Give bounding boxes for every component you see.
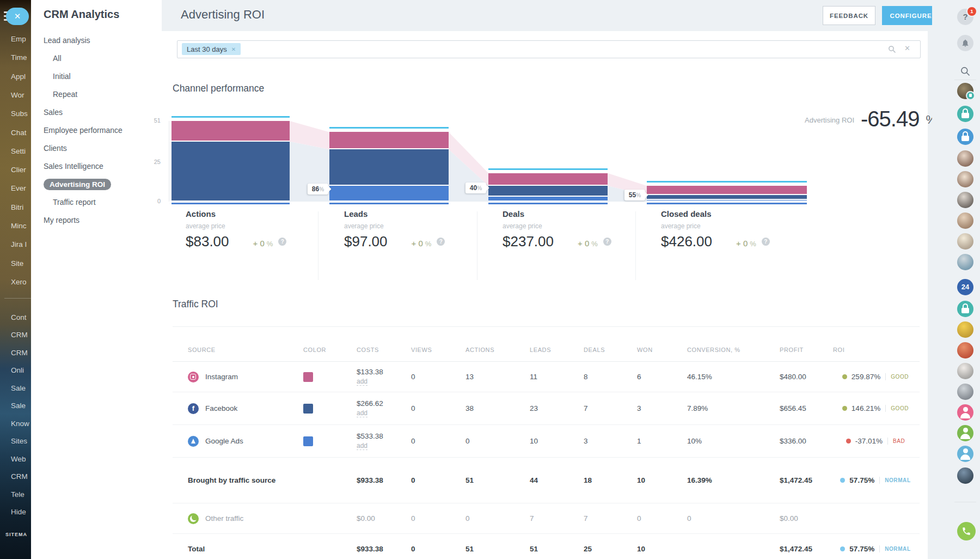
- bitrix-menu-item-bitri-9[interactable]: Bitri: [11, 203, 23, 211]
- help-icon[interactable]: ?: [603, 238, 611, 246]
- roi-status-badge: NORMAL: [885, 546, 910, 552]
- bitrix-menu-item-clier-7[interactable]: Clier: [11, 166, 26, 174]
- add-costs-link[interactable]: add: [357, 442, 367, 450]
- source-cell: fFacebook: [188, 403, 303, 414]
- sidebar-item-traffic-report[interactable]: Traffic report: [31, 193, 162, 211]
- add-costs-link[interactable]: add: [357, 409, 367, 417]
- metric-card-delta: + 0: [736, 239, 748, 248]
- funnel-bar-deals-facebook: [488, 186, 608, 196]
- user-avatar[interactable]: [957, 254, 973, 270]
- user-silhouette-icon[interactable]: [957, 404, 973, 421]
- bitrix-menu-item-site-12[interactable]: Site: [11, 259, 23, 268]
- bitrix-menu-item-sale-l5[interactable]: Sale: [11, 402, 26, 410]
- metric-card-delta: + 0: [412, 239, 423, 248]
- user-avatar[interactable]: [957, 467, 973, 484]
- bitrix-menu-item-sale-l4[interactable]: Sale: [11, 384, 26, 392]
- bitrix-menu-item-xero-13[interactable]: Xero: [11, 278, 27, 286]
- bitrix-menu-item-ever-8[interactable]: Ever: [11, 184, 26, 192]
- bitrix-menu-item-know-l6[interactable]: Know: [11, 420, 29, 428]
- profit-value: $480.00: [780, 362, 833, 392]
- sidebar-item-sales[interactable]: Sales: [31, 104, 162, 121]
- roi-summary-value: -65.49: [861, 107, 919, 131]
- bitrix-menu-item-cont-l0[interactable]: Cont: [11, 313, 27, 321]
- funnel-bar-leads-instagram: [329, 132, 449, 148]
- user-avatar[interactable]: [957, 384, 973, 400]
- roi-status-dot: [840, 478, 845, 483]
- table-row-other-traffic: Other traffic$0.00007700$0.00: [173, 503, 920, 534]
- search-icon[interactable]: [888, 45, 896, 53]
- sidebar-item-clients[interactable]: Clients: [31, 139, 162, 157]
- metric-card-delta-unit: %: [591, 240, 598, 248]
- source-name: Instagram: [205, 373, 238, 381]
- user-avatar[interactable]: [957, 171, 973, 187]
- help-icon[interactable]: ?1: [957, 9, 973, 25]
- bitrix-menu-item-appl-2[interactable]: Appl: [11, 72, 26, 81]
- table-row-brought-by-traffic-source: Brought by traffic source$933.3805144181…: [173, 458, 920, 503]
- filter-bar[interactable]: Last 30 days ✕ ✕: [177, 40, 921, 58]
- bitrix-menu-item-wor-3[interactable]: Wor: [11, 91, 24, 99]
- user-silhouette-icon[interactable]: [957, 425, 973, 441]
- roi-status-badge: GOOD: [891, 374, 909, 380]
- bitrix-menu-item-time-1[interactable]: Time: [11, 53, 27, 62]
- collapse-menu-button[interactable]: ✕: [6, 8, 29, 25]
- bitrix-menu-item-web-l8[interactable]: Web: [11, 455, 26, 463]
- sidebar-item-lead-analysis[interactable]: Lead analysis: [31, 32, 162, 50]
- bitrix-menu-item-setti-6[interactable]: Setti: [11, 147, 26, 155]
- bitrix-menu-item-emp-0[interactable]: Emp: [11, 35, 26, 43]
- user-silhouette-icon[interactable]: [957, 446, 973, 462]
- user-avatar[interactable]: [957, 212, 973, 229]
- bitrix-menu-item-crm-l1[interactable]: CRM: [11, 331, 28, 339]
- user-avatar[interactable]: [957, 363, 973, 379]
- sidebar-item-sales-intelligence[interactable]: Sales Intelligence: [31, 157, 162, 175]
- help-icon[interactable]: ?: [437, 238, 445, 246]
- leads-value: 10: [530, 425, 584, 457]
- sitemap-link[interactable]: SITEMA: [5, 532, 27, 537]
- funnel-bar-closed-deals-instagram: [647, 186, 807, 194]
- bitrix-menu-item-crm-l9[interactable]: CRM: [11, 472, 28, 481]
- help-icon[interactable]: ?: [278, 238, 286, 246]
- roi-status-badge: NORMAL: [885, 477, 910, 483]
- deals-value: 18: [584, 458, 637, 503]
- feedback-button[interactable]: FEEDBACK: [823, 6, 875, 25]
- user-count-badge[interactable]: 24: [957, 279, 973, 295]
- sidebar-item-my-reports[interactable]: My reports: [31, 211, 162, 229]
- user-avatar[interactable]: [957, 233, 973, 250]
- lock-user-icon[interactable]: [957, 106, 973, 122]
- roi-cell: 146.21%GOOD: [833, 392, 918, 424]
- clear-filter-icon[interactable]: ✕: [904, 44, 910, 52]
- phone-icon[interactable]: [957, 522, 976, 540]
- lock-user-icon[interactable]: [957, 301, 973, 317]
- add-costs-link[interactable]: add: [357, 378, 367, 386]
- bitrix-menu-item-jira-i-11[interactable]: Jira I: [11, 240, 27, 248]
- sidebar-item-advertising-roi[interactable]: Advertising ROI: [31, 175, 162, 193]
- bitrix-menu-item-sites-l7[interactable]: Sites: [11, 437, 27, 445]
- lock-user-icon[interactable]: [957, 129, 973, 145]
- user-avatar[interactable]: [957, 321, 973, 338]
- bitrix-menu-item-tele-l10[interactable]: Tele: [11, 490, 24, 499]
- sidebar-item-repeat[interactable]: Repeat: [31, 86, 162, 104]
- user-avatar[interactable]: [957, 83, 973, 99]
- bitrix-menu-item-hide-l11[interactable]: Hide: [11, 508, 26, 516]
- configure-button[interactable]: CONFIGURE: [882, 6, 940, 25]
- source-name: Total: [188, 545, 205, 553]
- conversion-value: 86: [312, 185, 319, 193]
- remove-filter-icon[interactable]: ✕: [231, 46, 236, 52]
- bitrix-menu-item-chat-5[interactable]: Chat: [11, 129, 27, 137]
- user-avatar[interactable]: [957, 192, 973, 208]
- bell-icon[interactable]: [957, 35, 973, 51]
- advertising-roi-summary: Advertising ROI -65.49 %: [805, 107, 936, 131]
- search-icon[interactable]: [957, 63, 973, 80]
- roi-separator: [885, 405, 886, 412]
- sidebar-item-employee-performance[interactable]: Employee performance: [31, 121, 162, 139]
- user-avatar[interactable]: [957, 342, 973, 359]
- sidebar-item-all[interactable]: All: [31, 50, 162, 68]
- help-icon[interactable]: ?: [762, 238, 770, 246]
- filter-chip[interactable]: Last 30 days ✕: [182, 43, 241, 55]
- bitrix-menu-item-onli-l3[interactable]: Onli: [11, 366, 24, 374]
- source-color-swatch: [303, 372, 313, 382]
- bitrix-menu-item-minc-10[interactable]: Minc: [11, 222, 27, 230]
- user-avatar[interactable]: [957, 150, 973, 167]
- sidebar-item-initial[interactable]: Initial: [31, 68, 162, 86]
- bitrix-menu-item-crm-l2[interactable]: CRM: [11, 349, 28, 357]
- bitrix-menu-item-subs-4[interactable]: Subs: [11, 110, 28, 118]
